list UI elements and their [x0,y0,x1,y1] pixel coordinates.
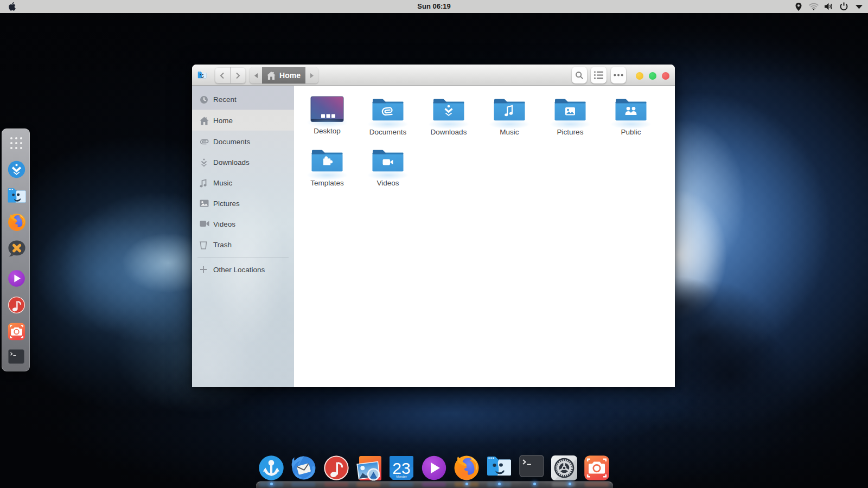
svg-text:Monday: Monday [396,475,407,478]
